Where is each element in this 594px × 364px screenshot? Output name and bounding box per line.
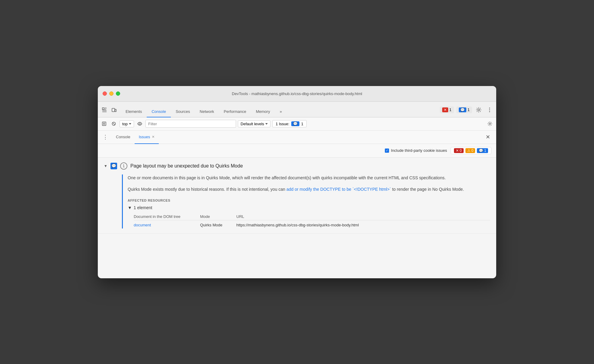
row-mode: Quirks Mode <box>200 223 236 227</box>
eye-icon[interactable] <box>136 120 144 128</box>
col2-header: Mode <box>200 214 236 219</box>
tab-network[interactable]: Network <box>195 106 219 117</box>
issue-item: ▼ 💬 1 Page layout may be unexpected due … <box>98 158 496 234</box>
tab-elements[interactable]: Elements <box>121 106 147 117</box>
error-issues-count: 0 <box>460 148 462 153</box>
svg-rect-2 <box>115 109 116 112</box>
info-icon: 💬 <box>479 148 483 153</box>
collapse-arrow-icon[interactable]: ▼ <box>104 164 107 168</box>
issue-badge-icon: 💬 <box>291 121 299 126</box>
svg-rect-0 <box>102 108 104 110</box>
info-count-badge: 💬 1 <box>477 148 488 153</box>
doctype-link[interactable]: add or modify the DOCTYPE to be `<!DOCTY… <box>286 187 391 192</box>
error-icon: ✕ <box>442 107 448 112</box>
panel-tab-issues-label: Issues <box>139 135 150 139</box>
info-issues-count: 1 <box>484 148 486 153</box>
third-party-cookie-checkbox[interactable]: ✓ Include third-party cookie issues <box>385 148 447 153</box>
panel-tab-console[interactable]: Console <box>112 131 135 144</box>
issue-title: Page layout may be unexpected due to Qui… <box>130 163 243 169</box>
maximize-button[interactable] <box>116 91 120 96</box>
panel-tab-issues[interactable]: Issues ✕ <box>135 131 159 144</box>
panel-menu-icon[interactable]: ⋮ <box>101 133 109 142</box>
tab-sources[interactable]: Sources <box>171 106 195 117</box>
warning-icon: ⚠ <box>467 148 471 153</box>
context-selector[interactable]: top <box>120 120 134 127</box>
svg-point-4 <box>489 107 490 108</box>
issue-count-circle: 1 <box>120 162 127 170</box>
message-count-button[interactable]: 💬 1 <box>456 107 472 113</box>
tab-bar-right: ✕ 1 💬 1 <box>440 106 494 117</box>
expander-arrow-icon: ▼ <box>128 205 132 210</box>
row-url: https://mathiasbynens.github.io/css-dbg-… <box>236 223 490 227</box>
tab-performance[interactable]: Performance <box>219 106 251 117</box>
close-button[interactable] <box>103 91 107 96</box>
levels-label: Default levels <box>241 122 264 126</box>
minimize-button[interactable] <box>109 91 113 96</box>
panel-tabs: ⋮ Console Issues ✕ ✕ <box>98 131 496 144</box>
issue-description-1: One or more documents in this page is in… <box>128 174 490 181</box>
filter-input[interactable] <box>145 120 236 128</box>
clear-console-icon[interactable] <box>110 120 118 128</box>
toolbar-right <box>486 120 494 128</box>
inspect-element-icon[interactable] <box>100 106 109 114</box>
run-snippet-icon[interactable] <box>100 120 108 128</box>
svg-point-3 <box>478 109 480 111</box>
resource-table-header: Document in the DOM tree Mode URL <box>134 213 490 220</box>
warning-count-badge: ⚠ 0 <box>465 148 475 153</box>
context-label: top <box>122 122 128 126</box>
default-levels-button[interactable]: Default levels <box>238 120 270 127</box>
tab-more[interactable]: » <box>275 106 287 117</box>
issue-count-badges: ✕ 0 ⚠ 0 💬 1 <box>451 147 491 154</box>
affected-resources-section: AFFECTED RESOURCES ▼ 1 element Document … <box>128 199 490 228</box>
resource-table-row: document Quirks Mode https://mathiasbyne… <box>134 222 490 228</box>
more-options-icon[interactable] <box>485 106 494 114</box>
issue-badge-button[interactable]: 1 Issue: 💬 1 <box>272 120 307 127</box>
description2-before: Quirks Mode exists mostly due to histori… <box>128 187 286 192</box>
tab-bar-tools <box>100 106 121 117</box>
window-title: DevTools - mathiasbynens.github.io/css-d… <box>232 91 362 96</box>
document-link[interactable]: document <box>134 223 200 227</box>
devtools-window: DevTools - mathiasbynens.github.io/css-d… <box>98 86 496 278</box>
checkbox-label-text: Include third-party cookie issues <box>391 148 447 153</box>
error-count-badge: ✕ 0 <box>454 148 464 153</box>
element-count: 1 element <box>134 205 152 210</box>
issue-count: 1 <box>301 122 303 126</box>
title-bar: DevTools - mathiasbynens.github.io/css-d… <box>98 86 496 102</box>
console-toolbar: top Default levels 1 Issue: 💬 1 <box>98 117 496 131</box>
issues-tab-close-icon[interactable]: ✕ <box>152 135 155 139</box>
issue-count-number: 1 <box>123 164 125 168</box>
svg-point-5 <box>489 109 490 110</box>
col3-header: URL <box>236 214 490 219</box>
issue-content-bordered: One or more documents in this page is in… <box>122 174 490 229</box>
settings-icon[interactable] <box>474 106 483 114</box>
svg-point-6 <box>489 111 490 112</box>
issue-body: One or more documents in this page is in… <box>122 174 490 229</box>
message-icon: 💬 <box>459 107 466 112</box>
tab-console[interactable]: Console <box>147 106 171 117</box>
svg-point-10 <box>489 123 491 125</box>
error-count-button[interactable]: ✕ 1 <box>440 107 454 113</box>
checkbox-checked-icon: ✓ <box>385 148 389 153</box>
description2-after: to render the page in No Quirks Mode. <box>391 187 464 192</box>
resource-expander[interactable]: ▼ 1 element <box>128 205 490 210</box>
traffic-lights <box>103 91 120 96</box>
resource-table: Document in the DOM tree Mode URL docume… <box>134 213 490 228</box>
svg-rect-1 <box>112 108 115 112</box>
tab-bar: Elements Console Sources Network Perform… <box>98 102 496 117</box>
issue-label: 1 Issue: <box>276 122 289 126</box>
issue-type-icon: 💬 <box>110 163 117 169</box>
message-count: 1 <box>468 107 470 112</box>
device-mode-icon[interactable] <box>110 106 118 114</box>
warning-issues-count: 0 <box>471 148 474 153</box>
issue-description-2: Quirks Mode exists mostly due to histori… <box>128 186 490 193</box>
error-x-icon: ✕ <box>456 148 459 153</box>
col1-header: Document in the DOM tree <box>134 214 200 219</box>
issue-header: ▼ 💬 1 Page layout may be unexpected due … <box>104 162 490 170</box>
affected-resources-label: AFFECTED RESOURCES <box>128 199 490 202</box>
panel-close-icon[interactable]: ✕ <box>483 133 493 142</box>
tab-memory[interactable]: Memory <box>251 106 275 117</box>
panel-tab-console-label: Console <box>116 135 130 139</box>
console-settings-icon[interactable] <box>486 120 494 128</box>
svg-point-9 <box>139 123 141 125</box>
issues-filter-bar: ✓ Include third-party cookie issues ✕ 0 … <box>98 144 496 158</box>
